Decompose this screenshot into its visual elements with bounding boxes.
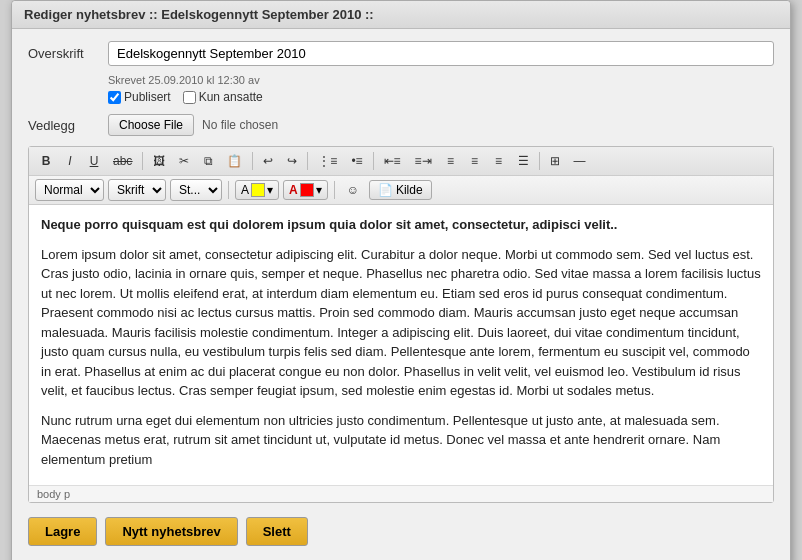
- fg-color-swatch: [300, 183, 314, 197]
- toolbar-row2: Normal Skrift St... A ▾ A ▾: [29, 176, 773, 205]
- align-center-button[interactable]: ≡: [464, 151, 486, 171]
- size-select[interactable]: St...: [170, 179, 222, 201]
- ol-button[interactable]: ⋮≡: [312, 151, 343, 171]
- publisert-label[interactable]: Publisert: [108, 90, 171, 104]
- undo-button[interactable]: ↩: [257, 151, 279, 171]
- editor-paragraph-1: Neque porro quisquam est qui dolorem ips…: [41, 215, 761, 235]
- emoticon-button[interactable]: ☺: [341, 180, 365, 200]
- sep2: [252, 152, 253, 170]
- editor-statusbar: body p: [29, 485, 773, 502]
- strikethrough-button[interactable]: abc: [107, 151, 138, 171]
- bg-color-arrow: ▾: [267, 183, 273, 197]
- vedlegg-row: Vedlegg Choose File No file chosen: [28, 114, 774, 136]
- sep5: [539, 152, 540, 170]
- save-button[interactable]: Lagre: [28, 517, 97, 546]
- title-bar: Rediger nyhetsbrev :: Edelskogennytt Sep…: [12, 1, 790, 29]
- font-select[interactable]: Skrift: [108, 179, 166, 201]
- overskrift-row: Overskrift: [28, 41, 774, 66]
- italic-button[interactable]: I: [59, 151, 81, 171]
- editor-window: Rediger nyhetsbrev :: Edelskogennytt Sep…: [11, 0, 791, 560]
- vedlegg-label: Vedlegg: [28, 118, 108, 133]
- fg-color-arrow: ▾: [316, 183, 322, 197]
- editor-paragraph-3: Nunc rutrum urna eget dui elementum non …: [41, 411, 761, 470]
- editor-body[interactable]: Neque porro quisquam est qui dolorem ips…: [29, 205, 773, 485]
- editor-container: B I U abc 🖼 ✂ ⧉ 📋 ↩ ↪ ⋮≡ •≡ ⇤≡ ≡⇥ ≡ ≡: [28, 146, 774, 503]
- meta-row: Skrevet 25.09.2010 kl 12:30 av: [108, 74, 774, 86]
- underline-button[interactable]: U: [83, 151, 105, 171]
- hr-button[interactable]: —: [568, 151, 592, 171]
- table-button[interactable]: ⊞: [544, 151, 566, 171]
- align-justify-button[interactable]: ☰: [512, 151, 535, 171]
- style-select[interactable]: Normal: [35, 179, 104, 201]
- kilde-icon: 📄: [378, 183, 393, 197]
- publisert-checkbox[interactable]: [108, 91, 121, 104]
- window-title: Rediger nyhetsbrev :: Edelskogennytt Sep…: [24, 7, 374, 22]
- editor-paragraph-2: Lorem ipsum dolor sit amet, consectetur …: [41, 245, 761, 401]
- action-row: Lagre Nytt nyhetsbrev Slett: [28, 513, 774, 554]
- indent-less-button[interactable]: ⇤≡: [378, 151, 407, 171]
- overskrift-label: Overskrift: [28, 46, 108, 61]
- kilde-button[interactable]: 📄 Kilde: [369, 180, 432, 200]
- redo-button[interactable]: ↪: [281, 151, 303, 171]
- new-newsletter-button[interactable]: Nytt nyhetsbrev: [105, 517, 237, 546]
- meta-text: Skrevet 25.09.2010 kl 12:30 av: [108, 74, 260, 86]
- sep3: [307, 152, 308, 170]
- sep7: [334, 181, 335, 199]
- bold-button[interactable]: B: [35, 151, 57, 171]
- checkbox-row: Publisert Kun ansatte: [108, 90, 774, 104]
- toolbar-row1: B I U abc 🖼 ✂ ⧉ 📋 ↩ ↪ ⋮≡ •≡ ⇤≡ ≡⇥ ≡ ≡: [29, 147, 773, 176]
- ul-button[interactable]: •≡: [345, 151, 368, 171]
- strikethrough-icon: abc: [113, 154, 132, 168]
- kun-ansatte-checkbox[interactable]: [183, 91, 196, 104]
- bg-color-swatch: [251, 183, 265, 197]
- sep4: [373, 152, 374, 170]
- sep1: [142, 152, 143, 170]
- no-file-text: No file chosen: [202, 118, 278, 132]
- align-right-button[interactable]: ≡: [488, 151, 510, 171]
- image-button[interactable]: 🖼: [147, 151, 171, 171]
- bg-color-text: A: [241, 183, 249, 197]
- paste-button[interactable]: 📋: [221, 151, 248, 171]
- overskrift-input[interactable]: [108, 41, 774, 66]
- align-left-button[interactable]: ≡: [440, 151, 462, 171]
- indent-more-button[interactable]: ≡⇥: [409, 151, 438, 171]
- kun-ansatte-label[interactable]: Kun ansatte: [183, 90, 263, 104]
- fg-color-button[interactable]: A ▾: [283, 180, 328, 200]
- sep6: [228, 181, 229, 199]
- bg-color-button[interactable]: A ▾: [235, 180, 279, 200]
- fg-color-text: A: [289, 183, 298, 197]
- delete-button[interactable]: Slett: [246, 517, 308, 546]
- choose-file-button[interactable]: Choose File: [108, 114, 194, 136]
- cut-button[interactable]: ✂: [173, 151, 195, 171]
- copy-button[interactable]: ⧉: [197, 151, 219, 171]
